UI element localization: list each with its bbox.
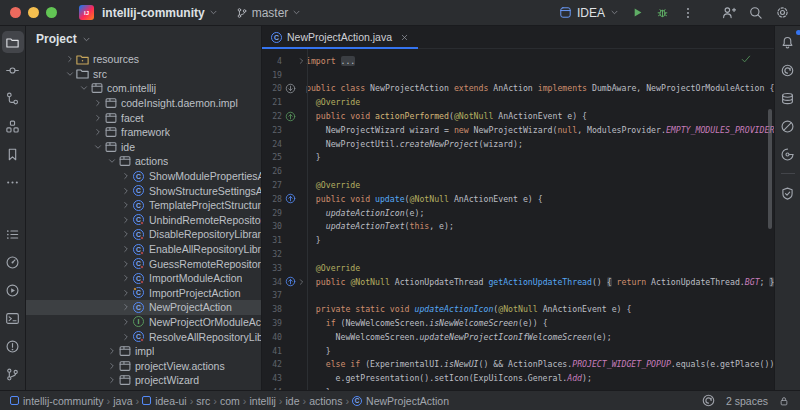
close-icon[interactable] [400, 33, 409, 42]
run-configuration-selector[interactable]: IDEA [559, 6, 619, 20]
code-line-29[interactable]: 29 updateActionIcon(e); [262, 206, 774, 220]
tool-button-notifications[interactable] [777, 31, 799, 53]
tree-item-ImportProjectAction[interactable]: CImportProjectAction [26, 286, 261, 301]
settings-button[interactable] [775, 5, 790, 20]
code-line-42[interactable]: 42 else if (ExperimentalUI.isNewUI() && … [262, 358, 774, 372]
breadcrumb-item-intellij-community[interactable]: intellij-community [10, 395, 104, 407]
lock-icon[interactable] [778, 395, 790, 407]
search-everywhere-button[interactable] [748, 5, 763, 20]
overrides-marker-icon[interactable] [284, 276, 297, 287]
code-line-41[interactable]: 41 } [262, 344, 774, 358]
tree-item-ide[interactable]: ide [26, 140, 261, 155]
code-line-44[interactable]: 44 } [262, 385, 774, 390]
editor-scrollbar[interactable] [768, 109, 772, 229]
tree-item-projectWizard[interactable]: projectWizard [26, 373, 261, 388]
chevron-down-icon[interactable] [106, 156, 117, 166]
chevron-right-icon[interactable] [92, 127, 103, 137]
tree-item-UnbindRemoteRepositoryFor[interactable]: CUnbindRemoteRepositoryFor [26, 213, 261, 228]
breadcrumb-item-intellij[interactable]: intellij [250, 395, 276, 407]
tool-button-services[interactable] [2, 279, 24, 301]
code-line-26[interactable]: 26 [262, 164, 774, 178]
tree-item-ResolveAllRepositoryLibrarie[interactable]: CResolveAllRepositoryLibrarie [26, 329, 261, 344]
tree-item-NewProjectOrModuleAction[interactable]: INewProjectOrModuleAction [26, 315, 261, 330]
chevron-right-icon[interactable] [120, 288, 131, 298]
tree-item-resources[interactable]: resources [26, 52, 261, 67]
branch-selector[interactable]: master [236, 6, 302, 20]
tool-button-todo[interactable] [2, 223, 24, 245]
tool-button-terminal[interactable] [2, 307, 24, 329]
tree-item-TemplateProjectStructureAction[interactable]: CTemplateProjectStructureAction [26, 198, 261, 213]
breadcrumb-item-ide[interactable]: ide [285, 395, 299, 407]
fold-marker-icon[interactable] [297, 56, 306, 66]
tool-button-problems[interactable] [2, 335, 24, 357]
chevron-right-icon[interactable] [120, 229, 131, 239]
code-line-43[interactable]: 43 e.getPresentation().setIcon(ExpUiIcon… [262, 371, 774, 385]
tool-button-dependencies[interactable] [777, 182, 799, 204]
tool-button-endpoints[interactable] [777, 143, 799, 165]
code-line-21[interactable]: 21 @Override [262, 95, 774, 109]
code-line-32[interactable]: 32 [262, 247, 774, 261]
breadcrumb-item-java[interactable]: java [113, 395, 132, 407]
tool-button-project[interactable] [2, 31, 24, 53]
code-line-38[interactable]: 38 private static void updateActionIcon(… [262, 302, 774, 316]
code-line-20[interactable]: 20public class NewProjectAction extends … [262, 82, 774, 96]
code-area[interactable]: 4import ...1920public class NewProjectAc… [262, 49, 774, 390]
tool-button-more-tool-windows[interactable] [2, 171, 24, 193]
code-line-19[interactable]: 19 [262, 68, 774, 82]
tool-button-structure[interactable] [2, 115, 24, 137]
code-line-39[interactable]: 39 if (NewWelcomeScreen.isNewWelcomeScre… [262, 316, 774, 330]
code-line-28[interactable]: 28 public void update(@NotNull AnActionE… [262, 192, 774, 206]
code-line-33[interactable]: 33 @Override [262, 261, 774, 275]
code-line-40[interactable]: 40 NewWelcomeScreen.updateNewProjectIcon… [262, 330, 774, 344]
code-line-24[interactable]: 24 NewProjectUtil.createNewProject(wizar… [262, 137, 774, 151]
code-line-30[interactable]: 30 updateActionText(this, e); [262, 220, 774, 234]
fold-marker-icon[interactable] [297, 277, 306, 287]
chevron-right-icon[interactable] [120, 200, 131, 210]
tree-item-DisableRepositoryLibrariesSh[interactable]: CDisableRepositoryLibrariesSh [26, 227, 261, 242]
tool-button-profiler[interactable] [2, 251, 24, 273]
more-actions-button[interactable] [681, 6, 695, 20]
tree-item-ImportModuleAction[interactable]: CImportModuleAction [26, 271, 261, 286]
tree-item-GuessRemoteRepositoryForL[interactable]: CGuessRemoteRepositoryForL [26, 256, 261, 271]
chevron-right-icon[interactable] [120, 317, 131, 327]
chevron-right-icon[interactable] [120, 259, 131, 269]
chevron-down-icon[interactable] [92, 142, 103, 152]
tree-item-ShowStructureSettingsAction[interactable]: CShowStructureSettingsAction [26, 183, 261, 198]
breadcrumb-item-idea-ui[interactable]: idea-ui [142, 395, 187, 407]
chevron-right-icon[interactable] [120, 332, 131, 342]
zoom-window-button[interactable] [46, 7, 57, 18]
indent-indicator[interactable]: 2 spaces [726, 395, 768, 407]
code-line-25[interactable]: 25 } [262, 151, 774, 165]
tree-item-projectView.actions[interactable]: projectView.actions [26, 358, 261, 373]
tree-item-NewProjectAction[interactable]: CNewProjectAction [26, 300, 261, 315]
tree-item-com.intellij[interactable]: com.intellij [26, 81, 261, 96]
chevron-right-icon[interactable] [106, 375, 117, 385]
tree-item-facet[interactable]: facet [26, 110, 261, 125]
editor-tab[interactable]: C NewProjectAction.java [262, 26, 418, 48]
overrides-marker-icon[interactable] [284, 193, 297, 204]
chevron-down-icon[interactable] [78, 83, 89, 93]
minimize-window-button[interactable] [28, 7, 39, 18]
code-line-34[interactable]: 34 public @NotNull ActionUpdateThread ge… [262, 275, 774, 289]
chevron-right-icon[interactable] [120, 273, 131, 283]
ai-assistant-status-icon[interactable] [701, 393, 716, 408]
chevron-right-icon[interactable] [106, 361, 117, 371]
close-window-button[interactable] [10, 7, 21, 18]
breadcrumb-item-NewProjectAction[interactable]: CNewProjectAction [352, 395, 449, 407]
tree-item-codeInsight.daemon.impl[interactable]: codeInsight.daemon.impl [26, 96, 261, 111]
tree-item-src[interactable]: src [26, 67, 261, 82]
chevron-right-icon[interactable] [120, 302, 131, 312]
tree-item-actions[interactable]: actions [26, 154, 261, 169]
tool-button-bookmarks[interactable] [2, 143, 24, 165]
code-line-23[interactable]: 23 NewProjectWizard wizard = new NewProj… [262, 123, 774, 137]
tool-button-ai-assistant[interactable] [777, 59, 799, 81]
chevron-right-icon[interactable] [120, 244, 131, 254]
inspections-ok-icon[interactable] [740, 53, 752, 65]
code-line-27[interactable]: 27 @Override [262, 178, 774, 192]
debug-button[interactable] [656, 6, 669, 19]
chevron-right-icon[interactable] [120, 171, 131, 181]
overrides-marker-icon[interactable] [284, 111, 297, 122]
chevron-right-icon[interactable] [92, 113, 103, 123]
tree-item-impl[interactable]: impl [26, 344, 261, 359]
breadcrumb-item-com[interactable]: com [220, 395, 240, 407]
